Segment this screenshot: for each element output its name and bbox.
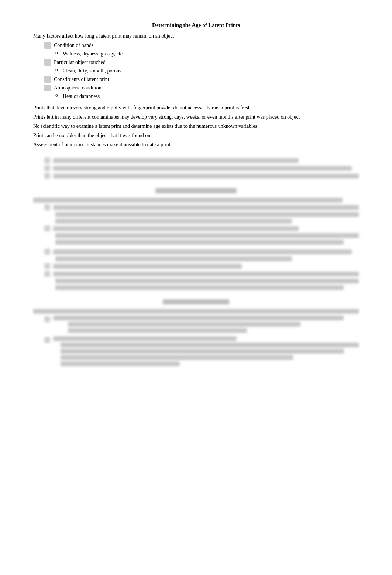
page-title: Determining the Age of Latent Prints [33, 22, 359, 28]
bullet-icon-4 [44, 85, 51, 91]
list-item-sub: o Heat or dampness [55, 92, 359, 100]
bullet-icon-2 [44, 59, 51, 66]
sub-bullet-text-2: Clean, dirty, smooth, porous [63, 67, 121, 75]
paragraph-4: Print can be no older than the object th… [33, 132, 359, 139]
sub-bullet-marker: o [55, 50, 63, 56]
intro-text: Many factors affect how long a latent pr… [33, 32, 359, 40]
bullet-text-3: Constituents of latent print [54, 75, 109, 83]
paragraph-3: No scientific way to examine a latent pr… [33, 122, 359, 130]
sub-bullet-text-4: Heat or dampness [63, 92, 100, 100]
list-item: Constituents of latent print [44, 75, 359, 83]
bullet-text-1: Condition of hands [54, 41, 93, 49]
list-item-sub: o Wetness, dryness, greasy, etc. [55, 50, 359, 58]
bullet-text-4: Atmospheric conditions [54, 84, 103, 92]
document-page: Determining the Age of Latent Prints Man… [0, 0, 392, 575]
list-item: Atmospheric conditions [44, 84, 359, 92]
list-item: Condition of hands [44, 41, 359, 49]
list-item: Particular object touched [44, 58, 359, 66]
paragraph-1: Prints that develop very strong and rapi… [33, 104, 359, 112]
bullet-icon-3 [44, 76, 51, 83]
bullet-text-2: Particular object touched [54, 58, 106, 66]
blurred-content-section-1 [33, 150, 359, 366]
paragraph-2: Prints left in many different contaminat… [33, 113, 359, 121]
list-item-sub: o Clean, dirty, smooth, porous [55, 67, 359, 75]
bullet-icon-1 [44, 42, 51, 49]
paragraph-5: Assessment of other circumstances make i… [33, 141, 359, 149]
sub-bullet-marker: o [55, 67, 63, 73]
sub-bullet-marker: o [55, 92, 63, 98]
sub-bullet-text-1: Wetness, dryness, greasy, etc. [63, 50, 124, 58]
